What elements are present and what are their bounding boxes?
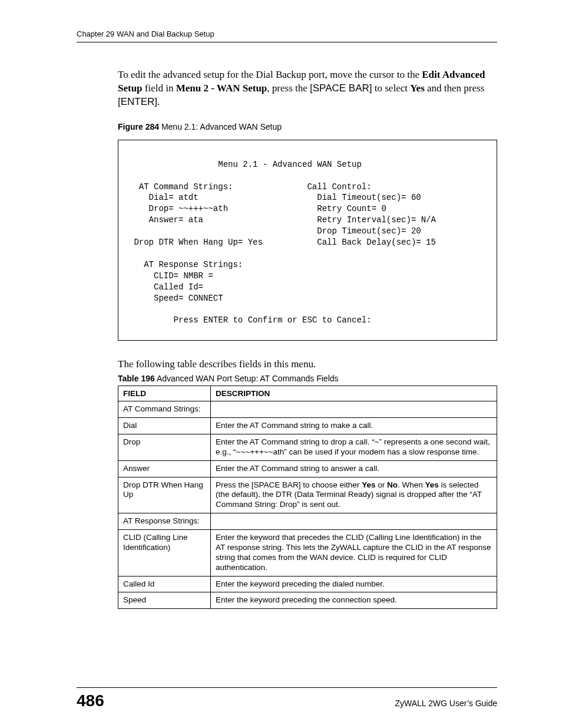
cell-field: AT Command Strings: [118, 401, 211, 418]
cell-desc: Enter the keyword that precedes the CLID… [211, 530, 497, 577]
intro-paragraph: To edit the advanced setup for the Dial … [118, 68, 497, 109]
table-row: Speed Enter the keyword preceding the co… [118, 592, 497, 609]
intro-bold-menu2: Menu 2 - WAN Setup [176, 83, 267, 94]
intro-text: To edit the advanced setup for the Dial … [118, 69, 422, 80]
desc-bold-no: No [387, 480, 398, 489]
cell-field: Drop DTR When Hang Up [118, 477, 211, 513]
table-row: AT Response Strings: [118, 513, 497, 530]
cell-desc: Enter the keyword preceding the connecti… [211, 592, 497, 609]
intro-bold-yes: Yes [410, 83, 425, 94]
desc-text: or [375, 480, 387, 489]
figure-label: Figure 284 [118, 122, 159, 131]
cell-desc [211, 513, 497, 530]
cell-field: Called Id [118, 576, 211, 592]
intro-text: and then press [425, 83, 485, 94]
th-description: DESCRIPTION [211, 386, 497, 401]
intro-text: field in [143, 83, 176, 94]
table-row: Called Id Enter the keyword preceding th… [118, 576, 497, 592]
page-number: 486 [77, 691, 104, 710]
fields-table: FIELD DESCRIPTION AT Command Strings: Di… [118, 386, 497, 609]
cell-desc: Enter the AT Command string to make a ca… [211, 418, 497, 434]
document-page: Chapter 29 WAN and Dial Backup Setup To … [0, 0, 562, 728]
intro-text: , press the [267, 83, 310, 94]
page-content: To edit the advanced setup for the Dial … [118, 68, 497, 609]
intro-key-spacebar: [SPACE BAR] [310, 83, 372, 94]
running-header: Chapter 29 WAN and Dial Backup Setup [77, 29, 497, 42]
intro-text: . [157, 96, 160, 107]
desc-bold-yes: Yes [362, 480, 375, 489]
cell-desc: Enter the AT Command string to answer a … [211, 460, 497, 477]
figure-caption: Figure 284 Menu 2.1: Advanced WAN Setup [118, 122, 497, 131]
menu-terminal-box: Menu 2.1 - Advanced WAN Setup AT Command… [118, 140, 497, 341]
page-footer: 486 ZyWALL 2WG User’s Guide [77, 687, 497, 710]
desc-text: Press the [SPACE BAR] to choose either [216, 480, 362, 489]
table-intro-text: The following table describes fields in … [118, 358, 497, 370]
cell-desc [211, 401, 497, 418]
table-header-row: FIELD DESCRIPTION [118, 386, 497, 401]
th-field: FIELD [118, 386, 211, 401]
cell-desc: Enter the AT Command string to drop a ca… [211, 434, 497, 460]
cell-field: Drop [118, 434, 211, 460]
cell-field: AT Response Strings: [118, 513, 211, 530]
table-row: AT Command Strings: [118, 401, 497, 418]
cell-desc: Press the [SPACE BAR] to choose either Y… [211, 477, 497, 513]
table-caption: Table 196 Advanced WAN Port Setup: AT Co… [118, 374, 497, 383]
table-row: CLID (Calling Line Identification) Enter… [118, 530, 497, 577]
table-row: Dial Enter the AT Command string to make… [118, 418, 497, 434]
table-caption-text: Advanced WAN Port Setup: AT Commands Fie… [155, 374, 339, 383]
figure-caption-text: Menu 2.1: Advanced WAN Setup [159, 122, 282, 131]
cell-desc: Enter the keyword preceding the dialed n… [211, 576, 497, 592]
table-row: Drop Enter the AT Command string to drop… [118, 434, 497, 460]
table-row: Drop DTR When Hang Up Press the [SPACE B… [118, 477, 497, 513]
cell-field: Speed [118, 592, 211, 609]
guide-title: ZyWALL 2WG User’s Guide [395, 699, 498, 708]
desc-text: . When [398, 480, 425, 489]
table-label: Table 196 [118, 374, 155, 383]
intro-key-enter: [ENTER] [118, 96, 157, 107]
cell-field: CLID (Calling Line Identification) [118, 530, 211, 577]
desc-bold-yes2: Yes [425, 480, 438, 489]
cell-field: Dial [118, 418, 211, 434]
intro-text: to select [372, 83, 411, 94]
cell-field: Answer [118, 460, 211, 477]
table-row: Answer Enter the AT Command string to an… [118, 460, 497, 477]
